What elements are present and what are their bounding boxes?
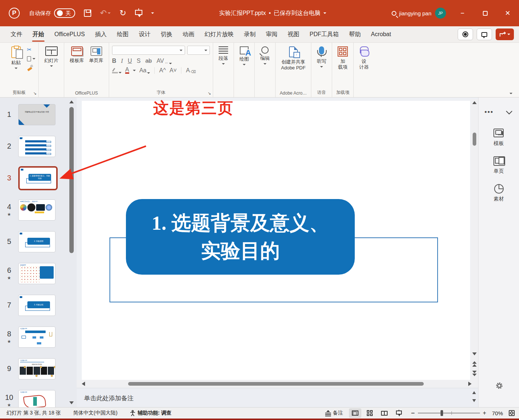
tab-绘图[interactable]: 绘图: [112, 27, 133, 42]
maximize-button[interactable]: [474, 0, 496, 26]
record-button[interactable]: [458, 28, 473, 40]
redo-button[interactable]: ↻: [119, 8, 126, 18]
scroll-right-icon[interactable]: [468, 382, 472, 386]
slide-thumbnail-10[interactable]: 3.实验过程: [18, 390, 55, 408]
tab-切换[interactable]: 切换: [156, 27, 177, 42]
editing-button[interactable]: 编辑: [258, 46, 272, 65]
scrollbar-thumb[interactable]: [128, 382, 424, 386]
scrollbar-thumb[interactable]: [473, 133, 476, 146]
change-case-button[interactable]: Aa: [139, 67, 150, 74]
slide-thumbnail-1[interactable]: 草酸氧化反应中催化剂的 作用: [18, 104, 55, 125]
notes-placeholder[interactable]: 单击此处添加备注: [84, 394, 134, 402]
tab-开始[interactable]: 开始: [28, 27, 49, 42]
font-name-combobox[interactable]: [112, 46, 185, 55]
bold-button[interactable]: B: [112, 58, 116, 64]
paragraph-button[interactable]: 段落: [216, 46, 231, 65]
new-slide-button[interactable]: 幻灯片: [42, 46, 61, 68]
slideshow-button[interactable]: [135, 11, 142, 15]
underline-button[interactable]: U: [128, 58, 132, 64]
template-library-button[interactable]: 模板库: [67, 46, 86, 64]
notes-toggle-button[interactable]: 备注: [325, 410, 343, 416]
notes-pane[interactable]: 单击此处添加备注: [77, 388, 478, 407]
share-button[interactable]: [496, 28, 514, 40]
character-spacing-button[interactable]: AV↔: [157, 58, 172, 64]
scroll-up-icon[interactable]: [472, 101, 477, 104]
tab-插入[interactable]: 插入: [90, 27, 111, 42]
scroll-down-icon[interactable]: [69, 401, 74, 404]
tab-幻灯片放映[interactable]: 幻灯片放映: [200, 27, 238, 42]
scroll-up-icon[interactable]: [69, 100, 74, 103]
tab-文件[interactable]: 文件: [6, 27, 27, 42]
zoom-slider[interactable]: [418, 413, 480, 413]
sidebar-tool-单页[interactable]: 单页: [493, 156, 504, 175]
slide-sorter-button[interactable]: [364, 408, 376, 418]
page-library-button[interactable]: 单页库: [86, 46, 106, 64]
font-size-combobox[interactable]: [187, 46, 210, 55]
slide-thumbnail-4[interactable]: 选题背景及意义、实验目的: [18, 199, 55, 221]
close-button[interactable]: ✕: [496, 0, 519, 26]
undo-button[interactable]: ↶: [100, 8, 111, 18]
addins-button[interactable]: 加 载项: [335, 46, 350, 71]
format-painter-button[interactable]: [27, 65, 35, 71]
slide-thumbnail-7[interactable]: 3. 实验过程: [18, 295, 55, 316]
scroll-down-icon[interactable]: [472, 352, 477, 355]
minimize-button[interactable]: −: [451, 0, 474, 26]
font-color-button[interactable]: A: [125, 67, 129, 74]
zoom-out-button[interactable]: −: [411, 409, 415, 417]
slide-thumbnail-3[interactable]: 1. 选题背景及意义、实验目的: [18, 166, 58, 190]
comments-button[interactable]: [477, 28, 492, 40]
slide-thumbnail-5[interactable]: 2. 实验原理: [18, 231, 55, 252]
horizontal-scrollbar[interactable]: [77, 380, 478, 388]
zoom-slider-thumb[interactable]: [441, 410, 443, 416]
search-icon[interactable]: [392, 11, 396, 16]
highlight-button[interactable]: [112, 68, 122, 73]
sidebar-tool-模板[interactable]: 模板: [493, 129, 504, 147]
shrink-font-button[interactable]: A˅: [169, 67, 177, 74]
panel-scrollbar[interactable]: [69, 100, 74, 404]
tab-审阅[interactable]: 审阅: [261, 27, 282, 42]
tab-视图[interactable]: 视图: [283, 27, 304, 42]
tab-设计[interactable]: 设计: [134, 27, 155, 42]
account-button[interactable]: jiangying pan JP: [399, 8, 446, 19]
dictate-button[interactable]: 听写: [314, 46, 329, 68]
previous-slide-button[interactable]: [472, 361, 477, 367]
save-button[interactable]: [84, 9, 91, 17]
strikethrough-button[interactable]: ab: [145, 58, 152, 64]
italic-button[interactable]: I: [121, 58, 123, 64]
powerpoint-logo-icon[interactable]: P: [9, 8, 20, 19]
slide-thumbnail-8[interactable]: 3.实验过程: [18, 327, 55, 348]
create-share-pdf-button[interactable]: 创建并共享 Adobe PDF: [278, 46, 308, 72]
tab-OfficePLUS[interactable]: OfficePLUS: [50, 28, 89, 41]
language-indicator[interactable]: 简体中文(中国大陆): [73, 410, 118, 416]
draw-button[interactable]: 绘图: [237, 46, 251, 66]
next-slide-button[interactable]: [472, 371, 477, 376]
tab-帮助[interactable]: 帮助: [344, 27, 365, 42]
notes-scrollbar[interactable]: [472, 391, 476, 402]
document-title[interactable]: 实验汇报PPT.pptx • 已保存到这台电脑: [154, 9, 392, 17]
slide-thumbnail-9[interactable]: 3.实验过程实验仪器与试剂: [18, 358, 55, 379]
quick-access-menu[interactable]: [151, 12, 154, 14]
tab-录制[interactable]: 录制: [239, 27, 260, 42]
clear-formatting-button[interactable]: A⌫: [186, 67, 196, 74]
grow-font-button[interactable]: A^: [159, 67, 166, 74]
copy-button[interactable]: [27, 56, 35, 62]
dialog-launcher-icon[interactable]: ↘: [33, 91, 36, 96]
collapse-ribbon-button[interactable]: [510, 93, 512, 94]
collapse-panel-icon[interactable]: [505, 110, 513, 115]
dialog-launcher-icon[interactable]: ↘: [208, 91, 211, 96]
slide-thumbnail-6[interactable]: 实验原理: [18, 263, 55, 284]
accessibility-status[interactable]: 辅助功能: 调查: [130, 410, 172, 416]
tab-动画[interactable]: 动画: [178, 27, 199, 42]
sidebar-tool-素材[interactable]: 素材: [493, 184, 504, 202]
tab-PDF工具箱[interactable]: PDF工具箱: [305, 27, 343, 42]
normal-view-button[interactable]: [349, 408, 361, 418]
autosave-switch[interactable]: 关: [54, 8, 75, 18]
reading-view-button[interactable]: [378, 408, 391, 418]
scroll-left-icon[interactable]: [82, 382, 85, 386]
slideshow-view-button[interactable]: [393, 408, 405, 418]
cut-button[interactable]: ✂: [27, 46, 35, 53]
text-shadow-button[interactable]: S: [137, 58, 141, 64]
more-options-icon[interactable]: •••: [485, 108, 494, 116]
scrollbar-thumb[interactable]: [69, 107, 74, 253]
slide-thumbnail-2[interactable]: 目录: [18, 136, 55, 157]
